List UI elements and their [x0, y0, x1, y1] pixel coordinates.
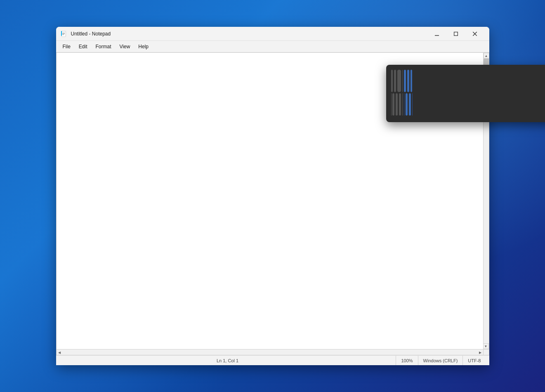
snap-layout-popup: [386, 65, 545, 122]
menu-edit[interactable]: Edit: [75, 42, 92, 51]
scroll-up-arrow[interactable]: ▲: [484, 53, 489, 59]
status-bar: Ln 1, Col 1 100% Windows (CRLF) UTF-8: [56, 355, 489, 365]
h-scroll-track[interactable]: [62, 349, 477, 355]
notepad-window: Untitled - Notepad File Edit Format View…: [56, 27, 489, 365]
snap-cell-14[interactable]: [406, 93, 408, 116]
snap-cell-2[interactable]: [394, 70, 396, 92]
snap-grid: [391, 70, 413, 116]
status-encoding: UTF-8: [463, 356, 486, 365]
scroll-right-arrow[interactable]: ▶: [477, 349, 483, 355]
snap-cell-16[interactable]: [412, 93, 413, 116]
notepad-app-icon: [61, 31, 68, 37]
snap-cell-9[interactable]: [392, 93, 394, 116]
snap-cell-15[interactable]: [409, 93, 411, 116]
menu-help[interactable]: Help: [134, 42, 153, 51]
snap-cell-12[interactable]: [402, 93, 403, 116]
snap-cell-8[interactable]: [391, 93, 392, 116]
snap-cell-3[interactable]: [397, 70, 401, 92]
snap-cell-4[interactable]: [402, 70, 403, 92]
close-button[interactable]: [465, 27, 484, 41]
horizontal-scrollbar[interactable]: ◀ ▶: [57, 349, 483, 355]
svg-rect-5: [61, 31, 62, 36]
window-controls: [427, 27, 484, 41]
svg-rect-7: [454, 32, 458, 35]
menu-file[interactable]: File: [59, 42, 75, 51]
snap-cell-7[interactable]: [411, 70, 413, 92]
title-bar: Untitled - Notepad: [56, 27, 489, 41]
snap-cell-6[interactable]: [407, 70, 409, 92]
menu-format[interactable]: Format: [92, 42, 116, 51]
status-zoom: 100%: [396, 356, 418, 365]
scroll-left-arrow[interactable]: ◀: [57, 349, 62, 355]
menu-view[interactable]: View: [116, 42, 134, 51]
menu-bar: File Edit Format View Help: [56, 41, 489, 52]
snap-cell-10[interactable]: [396, 93, 398, 116]
snap-cell-13[interactable]: [404, 93, 404, 116]
maximize-button[interactable]: [446, 27, 465, 41]
status-line-ending: Windows (CRLF): [418, 356, 463, 365]
scroll-down-arrow[interactable]: ▼: [483, 343, 489, 349]
scrollbar-corner: [483, 349, 489, 355]
snap-cell-11[interactable]: [399, 93, 401, 116]
snap-cell-5[interactable]: [404, 70, 406, 92]
snap-cell-1[interactable]: [391, 70, 393, 92]
window-title: Untitled - Notepad: [71, 31, 427, 37]
status-position: Ln 1, Col 1: [59, 356, 396, 365]
minimize-button[interactable]: [427, 27, 446, 41]
